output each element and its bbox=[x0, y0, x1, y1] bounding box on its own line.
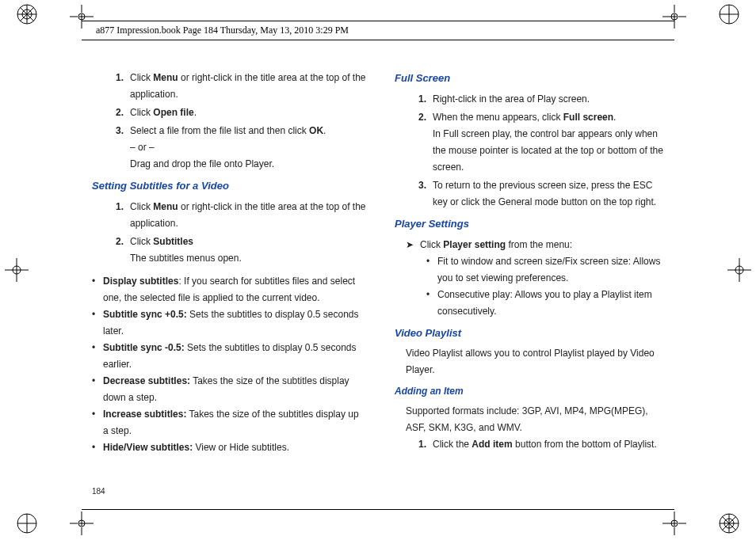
section-heading: Setting Subtitles for a Video bbox=[92, 177, 366, 196]
list-number: 1. bbox=[92, 70, 130, 103]
list-number: 2. bbox=[395, 109, 433, 176]
paragraph: Supported formats include: 3GP, AVI, MP4… bbox=[395, 403, 669, 436]
bullet-item: •Consecutive play: Allows you to play a … bbox=[426, 287, 669, 320]
arrow-icon: ➤ bbox=[406, 237, 420, 253]
circle-plus-icon bbox=[16, 512, 38, 537]
arrow-item: ➤ Click Player setting from the menu: bbox=[406, 237, 669, 253]
bullet-item: •Decrease subtitles: Takes the size of t… bbox=[92, 373, 366, 406]
crop-mark-icon bbox=[662, 511, 686, 535]
section-heading: Player Settings bbox=[395, 215, 669, 234]
crop-mark-icon bbox=[5, 258, 29, 282]
list-number: 3. bbox=[395, 177, 433, 211]
page-number: 184 bbox=[92, 487, 105, 496]
list-number: 3. bbox=[92, 123, 130, 173]
crop-mark-icon bbox=[70, 511, 94, 535]
page-header: a877 Impression.book Page 184 Thursday, … bbox=[82, 21, 674, 40]
step-text: Click Subtitles The subtitles menus open… bbox=[130, 234, 366, 267]
step-text: Click the Add item button from the botto… bbox=[433, 436, 669, 453]
bullet-item: •Increase subtitles: Takes the size of t… bbox=[92, 406, 366, 439]
step-text: When the menu appears, click Full screen… bbox=[433, 109, 669, 176]
list-number: 1. bbox=[92, 199, 130, 232]
step-text: Click Menu or right-click in the title a… bbox=[130, 70, 366, 103]
step-text: Right-click in the area of Play screen. bbox=[433, 91, 669, 108]
list-number: 2. bbox=[92, 105, 130, 121]
step-text: Select a file from the file list and the… bbox=[130, 123, 366, 173]
bullet-item: •Subtitle sync -0.5: Sets the subtitles … bbox=[92, 340, 366, 373]
page-body: 1. Click Menu or right-click in the titl… bbox=[92, 70, 669, 470]
header-text: a877 Impression.book Page 184 Thursday, … bbox=[82, 21, 674, 40]
step-text: Click Menu or right-click in the title a… bbox=[130, 199, 366, 232]
step-text: To return to the previous screen size, p… bbox=[433, 177, 669, 211]
bullet-item: •Display subtitles: If you search for su… bbox=[92, 273, 366, 306]
left-column: 1. Click Menu or right-click in the titl… bbox=[92, 70, 366, 470]
section-heading: Video Playlist bbox=[395, 325, 669, 343]
step-text: Click Open file. bbox=[130, 105, 366, 121]
list-number: 2. bbox=[92, 234, 130, 267]
right-column: Full Screen 1. Right-click in the area o… bbox=[395, 70, 669, 470]
bullet-item: •Subtitle sync +0.5: Sets the subtitles … bbox=[92, 306, 366, 340]
footer-rule bbox=[82, 509, 674, 510]
paragraph: Video Playlist allows you to control Pla… bbox=[395, 345, 669, 378]
list-number: 1. bbox=[395, 91, 433, 108]
rosette-icon bbox=[718, 512, 740, 537]
rosette-icon bbox=[16, 3, 38, 28]
bullet-item: •Fit to window and screen size/Fix scree… bbox=[426, 253, 669, 287]
section-heading: Full Screen bbox=[395, 70, 669, 88]
bullet-item: •Hide/View subtitles: View or Hide subti… bbox=[92, 439, 366, 456]
circle-plus-icon bbox=[718, 3, 740, 28]
list-number: 1. bbox=[395, 436, 433, 453]
crop-mark-icon bbox=[727, 258, 751, 282]
section-heading: Adding an Item bbox=[395, 383, 669, 400]
